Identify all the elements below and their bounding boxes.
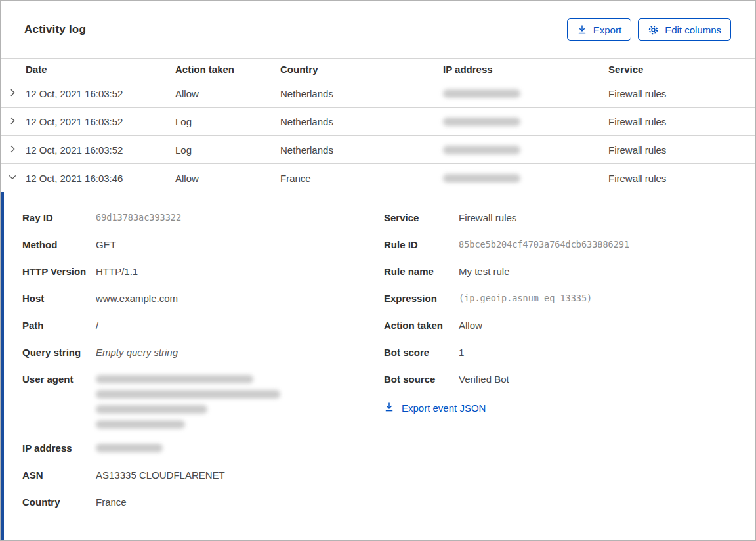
- collapse-row-button[interactable]: [1, 164, 24, 192]
- expand-row-button[interactable]: [1, 108, 24, 135]
- export-button-label: Export: [593, 24, 621, 35]
- row-action-taken: Log: [175, 144, 280, 156]
- detail-value: HTTP/1.1: [96, 264, 138, 279]
- row-action-taken: Allow: [175, 173, 280, 184]
- row-service: Firewall rules: [608, 144, 755, 156]
- row-action-taken: Allow: [175, 88, 280, 99]
- detail-label: Ray ID: [22, 210, 96, 225]
- export-button[interactable]: Export: [567, 18, 631, 41]
- detail-row-ray-id: Ray ID 69d13783ac393322: [22, 210, 384, 225]
- row-ip-address-redacted: [443, 89, 608, 98]
- detail-label: Bot score: [384, 345, 459, 360]
- column-header-action-taken: Action taken: [175, 64, 280, 75]
- expand-row-button[interactable]: [1, 136, 24, 163]
- detail-value: GET: [96, 237, 116, 252]
- download-icon: [577, 24, 587, 35]
- detail-row-rule-name: Rule name My test rule: [384, 264, 755, 279]
- row-country: Netherlands: [280, 116, 443, 127]
- detail-value-redacted: [96, 441, 163, 456]
- export-event-json-label: Export event JSON: [402, 402, 486, 414]
- detail-value: www.example.com: [96, 291, 178, 306]
- detail-label: Method: [22, 237, 96, 252]
- row-ip-address-redacted: [443, 118, 608, 126]
- detail-label: IP address: [22, 441, 96, 456]
- row-country: France: [280, 173, 443, 184]
- detail-row-bot-source: Bot source Verified Bot: [384, 372, 755, 387]
- detail-row-user-agent: User agent: [22, 372, 384, 429]
- detail-label: HTTP Version: [22, 264, 96, 279]
- column-header-service: Service: [608, 64, 755, 75]
- row-service: Firewall rules: [608, 116, 755, 127]
- detail-label: Rule name: [384, 264, 459, 279]
- toolbar-actions: Export Edit columns: [567, 18, 732, 41]
- edit-columns-button[interactable]: Edit columns: [638, 18, 731, 41]
- detail-row-http-version: HTTP Version HTTP/1.1: [22, 264, 384, 279]
- detail-label: Country: [22, 494, 96, 509]
- event-detail-panel: Ray ID 69d13783ac393322 Method GET HTTP …: [1, 192, 755, 540]
- detail-label: Expression: [384, 291, 459, 306]
- detail-value: 69d13783ac393322: [96, 210, 181, 225]
- detail-left-column: Ray ID 69d13783ac393322 Method GET HTTP …: [22, 210, 384, 540]
- detail-row-path: Path /: [22, 318, 384, 333]
- column-header-country: Country: [280, 64, 443, 75]
- detail-label: Bot source: [384, 372, 459, 387]
- row-service: Firewall rules: [608, 88, 755, 99]
- column-header-ip-address: IP address: [443, 64, 608, 75]
- row-country: Netherlands: [280, 88, 443, 99]
- detail-label: User agent: [22, 372, 96, 429]
- detail-row-query-string: Query string Empty query string: [22, 345, 384, 360]
- download-icon: [384, 402, 394, 414]
- detail-row-ip-address: IP address: [22, 441, 384, 456]
- page-title: Activity log: [24, 23, 86, 36]
- activity-log-panel: Activity log Export Edit c: [0, 0, 756, 541]
- detail-label: Path: [22, 318, 96, 333]
- expand-row-button[interactable]: [1, 79, 24, 107]
- row-date: 12 Oct, 2021 16:03:52: [24, 144, 175, 156]
- gear-icon: [648, 24, 659, 35]
- row-date: 12 Oct, 2021 16:03:52: [24, 88, 175, 99]
- detail-value: Allow: [459, 318, 482, 333]
- detail-label: Service: [384, 210, 459, 225]
- row-date: 12 Oct, 2021 16:03:52: [24, 116, 175, 127]
- detail-value-redacted: [96, 372, 280, 429]
- detail-row-rule-id: Rule ID 85bce5b204cf4703a764dcb633886291: [384, 237, 755, 252]
- detail-label: Host: [22, 291, 96, 306]
- row-ip-address-redacted: [443, 146, 608, 154]
- detail-row-bot-score: Bot score 1: [384, 345, 755, 360]
- row-ip-address-redacted: [443, 174, 608, 183]
- row-service: Firewall rules: [608, 173, 755, 184]
- detail-label: Query string: [22, 345, 96, 360]
- detail-label: Rule ID: [384, 237, 459, 252]
- row-action-taken: Log: [175, 116, 280, 127]
- detail-value: 85bce5b204cf4703a764dcb633886291: [459, 237, 629, 252]
- table-row-expanded: 12 Oct, 2021 16:03:46 Allow France Firew…: [1, 164, 755, 192]
- chevron-right-icon: [8, 88, 17, 99]
- chevron-down-icon: [8, 173, 17, 184]
- detail-value: My test rule: [459, 264, 510, 279]
- table-header-row: Date Action taken Country IP address Ser…: [1, 58, 755, 79]
- detail-value: (ip.geoip.asnum eq 13335): [459, 291, 592, 306]
- topbar: Activity log Export Edit c: [1, 1, 755, 58]
- column-header-date: Date: [24, 64, 175, 75]
- detail-value: 1: [459, 345, 464, 360]
- chevron-right-icon: [8, 116, 17, 127]
- detail-row-country: Country France: [22, 494, 384, 509]
- detail-label: Action taken: [384, 318, 459, 333]
- detail-value: Verified Bot: [459, 372, 509, 387]
- export-event-json-link[interactable]: Export event JSON: [384, 402, 755, 414]
- detail-row-service: Service Firewall rules: [384, 210, 755, 225]
- row-date: 12 Oct, 2021 16:03:46: [24, 173, 175, 184]
- detail-value: /: [96, 318, 98, 333]
- detail-row-asn: ASN AS13335 CLOUDFLARENET: [22, 467, 384, 483]
- row-country: Netherlands: [280, 144, 443, 156]
- table-row: 12 Oct, 2021 16:03:52 Log Netherlands Fi…: [1, 108, 755, 136]
- detail-row-expression: Expression (ip.geoip.asnum eq 13335): [384, 291, 755, 306]
- table-row: 12 Oct, 2021 16:03:52 Log Netherlands Fi…: [1, 136, 755, 164]
- detail-right-column: Service Firewall rules Rule ID 85bce5b20…: [384, 210, 755, 540]
- edit-columns-button-label: Edit columns: [665, 24, 721, 35]
- detail-value: AS13335 CLOUDFLARENET: [96, 467, 225, 483]
- detail-row-method: Method GET: [22, 237, 384, 252]
- detail-label: ASN: [22, 467, 96, 483]
- table-row: 12 Oct, 2021 16:03:52 Allow Netherlands …: [1, 79, 755, 108]
- detail-value: Empty query string: [96, 345, 178, 360]
